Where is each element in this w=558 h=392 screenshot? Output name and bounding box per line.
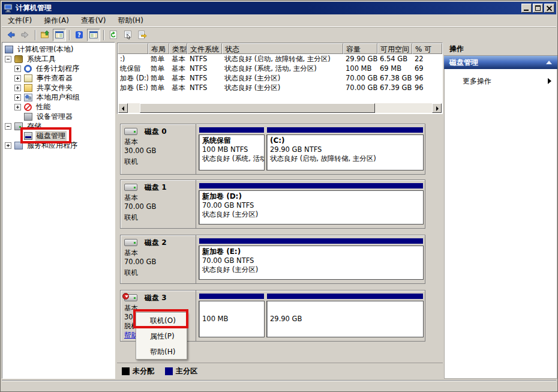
cell-status: 状态良好 (系统, 活动, 主分区) <box>222 64 343 73</box>
expand-icon[interactable] <box>5 142 11 149</box>
storage-icon <box>14 122 23 130</box>
cell-pct: 69 <box>412 64 442 73</box>
show-action-pane-toggle[interactable] <box>87 29 100 41</box>
column-header-volume[interactable] <box>118 43 148 54</box>
forward-button[interactable] <box>19 29 32 41</box>
disk-0-label[interactable]: 磁盘 0 基本 30.00 GB 联机 <box>121 124 196 174</box>
scroll-right-button[interactable] <box>432 103 442 113</box>
expand-icon[interactable] <box>14 94 21 101</box>
actions-pane-body: 更多操作 <box>444 69 557 379</box>
collapse-icon[interactable] <box>5 56 11 62</box>
menu-view[interactable]: 查看(V) <box>75 14 112 28</box>
primary-partition-swatch-icon <box>165 367 173 375</box>
cell-fs: NTFS <box>187 73 222 83</box>
properties-button[interactable] <box>121 29 134 41</box>
help-button[interactable]: ? <box>73 29 86 41</box>
disk-icon <box>124 239 137 246</box>
scroll-left-button[interactable] <box>118 103 128 113</box>
show-console-tree-toggle[interactable] <box>53 29 66 41</box>
partition-system-reserved[interactable]: 系统保留 100 MB NTFS 状态良好 (系统, 活动, 主分区) <box>199 124 265 174</box>
actions-pane-title: 操作 <box>444 43 557 56</box>
expand-icon[interactable] <box>14 85 21 91</box>
cell-fs: NTFS <box>187 54 222 64</box>
tree-item-task-scheduler[interactable]: 任务计划程序 <box>2 64 115 73</box>
column-header-type[interactable]: 类型 <box>169 43 187 54</box>
maximize-button[interactable] <box>533 4 543 13</box>
tree-item-event-viewer[interactable]: 事件查看器 <box>2 73 115 83</box>
svg-text:?: ? <box>77 32 81 38</box>
up-one-level-button[interactable] <box>38 29 52 41</box>
tree-item-performance[interactable]: 性能 <box>2 102 115 112</box>
menu-file[interactable]: 文件(F) <box>2 14 38 28</box>
menu-bar: 文件(F) 操作(A) 查看(V) 帮助(H) <box>2 14 556 27</box>
legend-label: 主分区 <box>176 366 197 376</box>
partition-d[interactable]: 新加卷 (D:) 70.00 GB NTFS 状态良好 (主分区) <box>199 180 424 228</box>
back-button[interactable] <box>4 29 17 41</box>
column-header-layout[interactable]: 布局 <box>148 43 169 54</box>
menu-help[interactable]: 帮助(H) <box>112 14 149 28</box>
tree-item-disk-management[interactable]: 磁盘管理 <box>2 131 115 140</box>
toolbar: ? <box>2 28 556 42</box>
disk-name: 磁盘 0 <box>145 127 167 136</box>
menu-action[interactable]: 操作(A) <box>38 14 75 28</box>
volume-list: 布局 类型 文件系统 状态 容量 可用空间 % 可 :)简单基本NTFS状态良好… <box>117 43 443 114</box>
minimize-button[interactable] <box>521 4 532 13</box>
help-icon: ? <box>74 30 84 40</box>
expand-icon[interactable] <box>14 65 21 72</box>
cell-layout: 简单 <box>148 73 169 83</box>
partition-size-fs: 100 MB NTFS <box>202 145 261 154</box>
cell-layout: 简单 <box>148 83 169 92</box>
export-list-button[interactable] <box>136 29 149 41</box>
partition-status: 状态良好 (启动, 故障转储, 主分区) <box>270 154 420 163</box>
volume-row-d[interactable]: 加卷 (D:)简单基本NTFS状态良好 (主分区)70.00 GB67.38 G… <box>118 73 442 83</box>
expand-icon[interactable] <box>14 75 21 82</box>
tree-item-storage[interactable]: 存储 <box>2 121 115 131</box>
disk-1-label[interactable]: 磁盘 1 基本 70.00 GB 联机 <box>121 180 196 228</box>
horizontal-scrollbar[interactable] <box>118 103 442 113</box>
column-header-status[interactable]: 状态 <box>222 43 343 54</box>
cell-type: 基本 <box>169 54 187 64</box>
more-actions-item[interactable]: 更多操作 <box>463 76 491 86</box>
expand-icon[interactable] <box>14 104 21 110</box>
tree-item-device-manager[interactable]: 设备管理器 <box>2 112 115 121</box>
cell-pct: 96 <box>412 73 442 83</box>
tree-item-computer-management[interactable]: 计算机管理(本地) <box>2 44 115 54</box>
tree-label-selected[interactable]: 磁盘管理 <box>35 131 67 141</box>
partition-size: 100 MB <box>202 315 228 324</box>
close-button[interactable] <box>544 4 554 13</box>
actions-section-disk-management[interactable]: 磁盘管理 <box>444 56 557 69</box>
context-menu-item-help[interactable]: 帮助(H) <box>136 344 187 360</box>
partition-offline-100mb[interactable]: 100 MB <box>199 291 265 341</box>
column-header-filesystem[interactable]: 文件系统 <box>187 43 222 54</box>
partition-title: 新加卷 (E:) <box>202 247 420 256</box>
tree-item-shared-folders[interactable]: 共享文件夹 <box>2 83 115 92</box>
console-tree-icon <box>55 30 64 40</box>
partition-c[interactable]: (C:) 29.90 GB NTFS 状态良好 (启动, 故障转储, 主分区) <box>266 124 424 174</box>
collapse-icon[interactable] <box>5 123 11 130</box>
scroll-right-icon <box>436 106 439 111</box>
context-menu-item-properties[interactable]: 属性(P) <box>136 328 187 344</box>
scrollbar-thumb[interactable] <box>140 103 375 113</box>
context-menu-item-online[interactable]: 联机(O) <box>136 313 187 328</box>
partition-size-fs: 29.90 GB NTFS <box>270 145 420 154</box>
volume-row-system-reserved[interactable]: 统保留简单基本NTFS状态良好 (系统, 活动, 主分区)100 MB69 MB… <box>118 64 442 73</box>
minimize-icon <box>524 10 529 11</box>
back-arrow-icon <box>6 30 16 40</box>
computer-icon <box>5 46 13 53</box>
refresh-icon <box>109 30 118 40</box>
column-header-percent-free[interactable]: % 可 <box>412 43 442 54</box>
disk-0-row: 磁盘 0 基本 30.00 GB 联机 系统保留 100 MB NTFS 状态良… <box>120 124 425 175</box>
tree-item-local-users-groups[interactable]: 本地用户和组 <box>2 92 115 102</box>
column-header-free-space[interactable]: 可用空间 <box>377 43 412 54</box>
tree-item-services-applications[interactable]: 服务和应用程序 <box>2 140 115 150</box>
disk-2-label[interactable]: 磁盘 2 基本 70.00 GB 联机 <box>121 235 196 283</box>
partition-e[interactable]: 新加卷 (E:) 70.00 GB NTFS 状态良好 (主分区) <box>199 235 424 283</box>
cell-pct: 22 <box>412 54 442 64</box>
tree-label: 服务和应用程序 <box>26 140 79 151</box>
column-header-capacity[interactable]: 容量 <box>343 43 377 54</box>
refresh-button[interactable] <box>107 29 120 41</box>
volume-row-c[interactable]: :)简单基本NTFS状态良好 (启动, 故障转储, 主分区)29.90 GB6.… <box>118 54 442 64</box>
partition-offline-29gb[interactable]: 29.90 GB <box>266 291 424 341</box>
tree-item-system-tools[interactable]: 系统工具 <box>2 54 115 64</box>
volume-row-e[interactable]: 加卷 (E:)简单基本NTFS状态良好 (主分区)70.00 GB67.39 G… <box>118 83 442 92</box>
